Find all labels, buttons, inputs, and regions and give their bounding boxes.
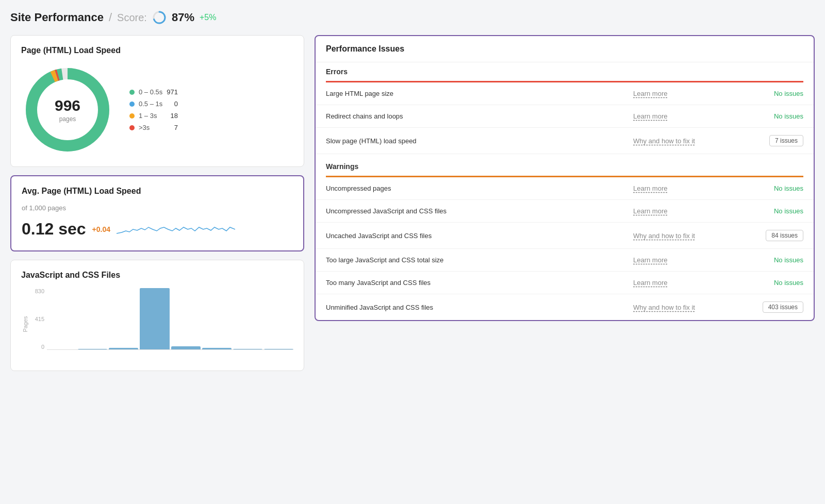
perf-row-2: Slow page (HTML) load speed Why and how …: [316, 128, 814, 154]
legend-value-2: 18: [171, 112, 178, 120]
learn-more-link-3[interactable]: Learn more: [633, 184, 726, 192]
legend-value-1: 0: [174, 100, 178, 108]
bar-3: [140, 288, 169, 350]
status-badge-5: 84 issues: [731, 230, 803, 241]
legend-dot-3: [129, 125, 135, 130]
legend-item-0: 0 – 0.5s 971: [129, 88, 178, 96]
issue-count-5[interactable]: 84 issues: [766, 230, 803, 241]
avg-subtitle: of 1,000 pages: [22, 204, 293, 212]
perf-row-5: Uncached JavaScript and CSS files Why an…: [316, 223, 814, 249]
issue-name-4: Uncompressed JavaScript and CSS files: [326, 207, 628, 215]
fix-link-5[interactable]: Why and how to fix it: [633, 232, 726, 240]
perf-row-6: Too large JavaScript and CSS total size …: [316, 249, 814, 272]
score-delta: +5%: [200, 13, 216, 22]
status-3: No issues: [731, 184, 803, 192]
legend-item-2: 1 – 3s 18: [129, 112, 178, 120]
learn-more-link-6[interactable]: Learn more: [633, 256, 726, 264]
learn-more-link-7[interactable]: Learn more: [633, 279, 726, 287]
status-0: No issues: [731, 90, 803, 97]
status-badge-2: 7 issues: [731, 135, 803, 146]
legend-dot-1: [129, 102, 135, 107]
bar-chart-container: 830 415 0 Pages: [21, 288, 293, 360]
legend-dot-2: [129, 113, 135, 119]
score-value: 87%: [172, 11, 194, 24]
performance-issues-panel: Performance Issues Errors Large HTML pag…: [315, 35, 815, 321]
perf-panel-header: Performance Issues: [316, 36, 814, 62]
learn-more-link-1[interactable]: Learn more: [633, 112, 726, 120]
donut-container: 996 pages 0 – 0.5s 971 0.5 – 1s 0: [21, 63, 293, 156]
donut-sublabel: pages: [59, 115, 76, 123]
section-header-errors: Errors: [316, 62, 814, 81]
issue-name-2: Slow page (HTML) load speed: [326, 137, 628, 145]
avg-delta: +0.04: [92, 225, 110, 233]
status-7: No issues: [731, 279, 803, 287]
avg-value-row: 0.12 sec +0.04: [22, 218, 293, 240]
issue-count-8[interactable]: 403 issues: [763, 301, 803, 313]
header-divider: /: [109, 11, 112, 24]
issue-name-6: Too large JavaScript and CSS total size: [326, 256, 628, 264]
legend-label-1: 0.5 – 1s: [139, 100, 170, 108]
chart-legend: 0 – 0.5s 971 0.5 – 1s 0 1 – 3s 18: [129, 88, 178, 131]
status-1: No issues: [731, 112, 803, 120]
status-4: No issues: [731, 207, 803, 215]
perf-row-4: Uncompressed JavaScript and CSS files Le…: [316, 200, 814, 223]
load-speed-title: Page (HTML) Load Speed: [21, 46, 293, 55]
issue-name-3: Uncompressed pages: [326, 184, 628, 192]
y-label-2: 830: [26, 288, 44, 294]
issue-name-0: Large HTML page size: [326, 90, 628, 97]
score-label: Score:: [117, 12, 147, 24]
legend-value-0: 971: [167, 88, 178, 96]
learn-more-link-0[interactable]: Learn more: [633, 90, 726, 97]
fix-link-8[interactable]: Why and how to fix it: [633, 304, 726, 311]
legend-label-3: >3s: [139, 124, 170, 131]
legend-item-3: >3s 7: [129, 124, 178, 131]
section-warnings-label: Warnings: [326, 162, 358, 171]
issue-name-8: Unminified JavaScript and CSS files: [326, 304, 628, 311]
perf-row-3: Uncompressed pages Learn more No issues: [316, 177, 814, 200]
sparkline-svg: [117, 218, 235, 239]
section-errors-label: Errors: [326, 68, 348, 76]
perf-row-7: Too many JavaScript and CSS files Learn …: [316, 272, 814, 294]
issue-name-7: Too many JavaScript and CSS files: [326, 279, 628, 287]
fix-link-2[interactable]: Why and how to fix it: [633, 137, 726, 145]
issue-name-1: Redirect chains and loops: [326, 112, 628, 120]
y-axis-title: Pages: [22, 316, 28, 332]
perf-panel-title: Performance Issues: [326, 44, 404, 53]
legend-label-2: 1 – 3s: [139, 112, 167, 120]
status-badge-8: 403 issues: [731, 301, 803, 313]
left-column: Page (HTML) Load Speed: [10, 35, 304, 371]
page-title: Site Performance: [10, 11, 104, 24]
page-header: Site Performance / Score: 87% +5%: [10, 10, 815, 25]
js-css-card: JavaScript and CSS Files 830 415 0 Pages: [10, 260, 304, 371]
avg-load-speed-title: Avg. Page (HTML) Load Speed: [22, 187, 293, 196]
donut-number: 996: [55, 97, 80, 114]
legend-value-3: 7: [174, 124, 178, 131]
learn-more-link-4[interactable]: Learn more: [633, 207, 726, 215]
load-speed-card: Page (HTML) Load Speed: [10, 35, 304, 167]
section-header-warnings: Warnings: [316, 157, 814, 176]
perf-row-1: Redirect chains and loops Learn more No …: [316, 105, 814, 128]
issue-name-5: Uncached JavaScript and CSS files: [326, 232, 628, 240]
donut-chart: 996 pages: [21, 63, 114, 156]
y-axis-labels: 830 415 0: [26, 288, 44, 350]
sparkline-wrap: [117, 218, 293, 240]
legend-item-1: 0.5 – 1s 0: [129, 100, 178, 108]
legend-dot-0: [129, 90, 135, 95]
y-label-1: 415: [26, 316, 44, 322]
bar-baseline: [47, 349, 293, 350]
issue-count-2[interactable]: 7 issues: [769, 135, 803, 146]
bar-chart-area: 830 415 0 Pages: [26, 288, 293, 360]
perf-row-0: Large HTML page size Learn more No issue…: [316, 82, 814, 105]
y-label-0: 0: [26, 344, 44, 350]
bar-chart-bars: [47, 288, 293, 350]
avg-load-speed-card: Avg. Page (HTML) Load Speed of 1,000 pag…: [10, 175, 304, 251]
donut-center: 996 pages: [55, 97, 80, 123]
main-layout: Page (HTML) Load Speed: [10, 35, 815, 371]
js-css-title: JavaScript and CSS Files: [21, 271, 293, 280]
status-6: No issues: [731, 256, 803, 264]
avg-value: 0.12 sec: [22, 220, 86, 239]
score-circle-icon: [152, 10, 167, 25]
perf-row-8: Unminified JavaScript and CSS files Why …: [316, 294, 814, 320]
legend-label-0: 0 – 0.5s: [139, 88, 162, 96]
